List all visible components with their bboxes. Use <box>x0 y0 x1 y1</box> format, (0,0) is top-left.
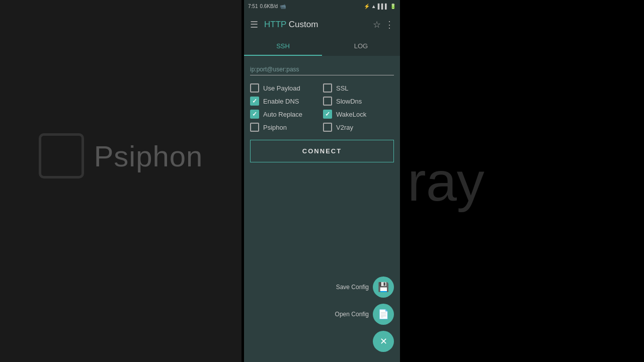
checkbox-ssl[interactable]: SSL <box>323 83 394 93</box>
wifi-icon: ▲ <box>371 4 376 9</box>
app-title: HTTP Custom <box>264 20 373 30</box>
background-right: ray <box>397 0 644 362</box>
more-options-icon[interactable]: ⋮ <box>385 19 394 30</box>
checkbox-wakelock[interactable]: WakeLock <box>323 110 394 119</box>
open-file-icon: 📄 <box>378 309 389 320</box>
psiphon-logo-icon <box>39 133 84 178</box>
checkbox-wakelock-label: WakeLock <box>336 111 366 118</box>
checkbox-slow-dns-box[interactable] <box>323 97 332 106</box>
fab-open-config-label: Open Config <box>335 311 369 318</box>
bluetooth-icon: ⚡ <box>364 4 370 9</box>
checkbox-enable-dns-label: Enable DNS <box>263 98 299 105</box>
close-fabs-button[interactable]: ✕ <box>373 331 394 352</box>
ssh-input-container <box>250 64 394 75</box>
header-icons: ☆ ⋮ <box>373 19 394 30</box>
checkbox-psiphon[interactable]: Psiphon <box>250 123 321 132</box>
checkbox-v2ray-box[interactable] <box>323 123 332 132</box>
tab-log[interactable]: LOG <box>322 37 400 55</box>
fab-container: Save Config 💾 Open Config 📄 ✕ <box>335 277 394 352</box>
phone-frame: 7:51 0.6KB/d 📹 ⚡ ▲ ▌▌▌ 🔋 ☰ HTTP Custom ☆… <box>244 0 400 362</box>
checkbox-auto-replace[interactable]: Auto Replace <box>250 110 321 119</box>
checkbox-auto-replace-label: Auto Replace <box>263 111 302 118</box>
checkbox-use-payload-box[interactable] <box>250 83 259 93</box>
open-config-button[interactable]: 📄 <box>373 304 394 325</box>
checkbox-use-payload[interactable]: Use Payload <box>250 83 321 93</box>
status-speed: 0.6KB/d <box>260 4 278 9</box>
checkbox-ssl-box[interactable] <box>323 83 332 93</box>
ssh-input[interactable] <box>250 64 394 75</box>
fab-save-config-item: Save Config 💾 <box>336 277 394 298</box>
close-icon: ✕ <box>380 336 387 347</box>
save-icon: 💾 <box>378 282 389 293</box>
checkbox-psiphon-label: Psiphon <box>263 124 287 131</box>
tab-ssh[interactable]: SSH <box>244 37 322 55</box>
background-left: Psiphon <box>0 0 242 362</box>
status-left: 7:51 0.6KB/d 📹 <box>248 4 286 9</box>
app-title-custom: Custom <box>286 20 318 29</box>
checkbox-psiphon-box[interactable] <box>250 123 259 132</box>
star-icon[interactable]: ☆ <box>373 19 381 30</box>
checkbox-auto-replace-box[interactable] <box>250 110 259 119</box>
status-bar: 7:51 0.6KB/d 📹 ⚡ ▲ ▌▌▌ 🔋 <box>244 0 400 12</box>
checkbox-wakelock-box[interactable] <box>323 110 332 119</box>
app-header: ☰ HTTP Custom ☆ ⋮ <box>244 12 400 37</box>
fab-open-config-item: Open Config 📄 <box>335 304 394 325</box>
checkbox-use-payload-label: Use Payload <box>263 84 300 92</box>
main-content: Use Payload SSL Enable DNS SlowDns Auto … <box>244 56 400 362</box>
status-right: ⚡ ▲ ▌▌▌ 🔋 <box>364 4 396 9</box>
signal-icon: ▌▌▌ <box>378 4 388 9</box>
camera-icon: 📹 <box>280 4 286 9</box>
checkbox-ssl-label: SSL <box>336 84 349 92</box>
battery-icon: 🔋 <box>390 4 396 9</box>
checkbox-v2ray[interactable]: V2ray <box>323 123 394 132</box>
checkbox-v2ray-label: V2ray <box>336 124 353 131</box>
ray-text: ray <box>408 149 485 213</box>
fab-save-config-label: Save Config <box>336 284 369 291</box>
psiphon-logo-text: Psiphon <box>94 139 203 173</box>
checkbox-enable-dns-box[interactable] <box>250 97 259 106</box>
fab-close-item: ✕ <box>373 331 394 352</box>
save-config-button[interactable]: 💾 <box>373 277 394 298</box>
app-title-http: HTTP <box>264 20 286 29</box>
hamburger-menu-icon[interactable]: ☰ <box>250 19 258 30</box>
checkbox-slow-dns[interactable]: SlowDns <box>323 97 394 106</box>
checkbox-enable-dns[interactable]: Enable DNS <box>250 97 321 106</box>
checkboxes-grid: Use Payload SSL Enable DNS SlowDns Auto … <box>250 83 394 132</box>
status-time: 7:51 <box>248 4 258 9</box>
checkbox-slow-dns-label: SlowDns <box>336 98 362 105</box>
tabs-bar: SSH LOG <box>244 37 400 56</box>
connect-button[interactable]: CONNECT <box>250 140 394 162</box>
